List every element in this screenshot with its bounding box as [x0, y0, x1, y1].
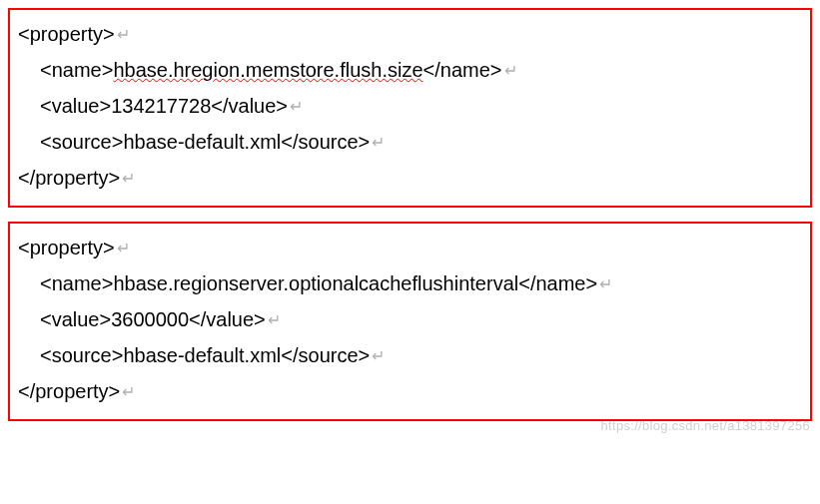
name-open-tag: <name> [40, 59, 113, 81]
xml-value-line: <value>134217728</value>↵ [18, 88, 802, 124]
property-name-value: hbase.regionserver.optionalcacheflushint… [113, 272, 518, 294]
xml-open-tag-line: <property>↵ [18, 16, 802, 52]
name-close-tag: </name> [423, 59, 502, 81]
crlf-icon: ↵ [122, 170, 135, 187]
crlf-icon: ↵ [372, 134, 385, 151]
crlf-icon: ↵ [372, 347, 385, 364]
crlf-icon: ↵ [504, 62, 517, 79]
crlf-icon: ↵ [117, 26, 130, 43]
property-name-value: hbase.hregion.memstore.flush.size [113, 59, 422, 81]
source-close-tag: </source> [281, 344, 370, 366]
value-open-tag: <value> [40, 95, 111, 117]
name-open-tag: <name> [40, 272, 113, 294]
property-close-tag: </property> [18, 380, 120, 402]
xml-close-tag-line: </property>↵ [18, 160, 802, 196]
xml-source-line: <source>hbase-default.xml</source>↵ [18, 124, 802, 160]
xml-close-tag-line: </property>↵ [18, 373, 802, 409]
source-open-tag: <source> [40, 131, 123, 153]
value-open-tag: <value> [40, 308, 111, 330]
crlf-icon: ↵ [599, 275, 612, 292]
crlf-icon: ↵ [268, 311, 281, 328]
crlf-icon: ↵ [117, 240, 130, 256]
xml-name-line: <name>hbase.hregion.memstore.flush.size<… [18, 52, 802, 88]
property-close-tag: </property> [18, 167, 120, 189]
value-close-tag: </value> [211, 95, 288, 117]
property-open-tag: <property> [18, 237, 115, 258]
xml-name-line: <name>hbase.regionserver.optionalcachefl… [18, 265, 802, 301]
xml-value-line: <value>3600000</value>↵ [18, 301, 802, 337]
property-source-text: hbase-default.xml [123, 131, 281, 153]
source-close-tag: </source> [281, 131, 370, 153]
crlf-icon: ↵ [290, 98, 303, 115]
property-value-text: 3600000 [111, 308, 189, 330]
watermark-text: https://blog.csdn.net/a1381397256 [601, 418, 810, 433]
xml-open-tag-line: <property>↵ [18, 230, 802, 265]
crlf-icon: ↵ [122, 383, 135, 400]
value-close-tag: </value> [189, 308, 266, 330]
property-source-text: hbase-default.xml [123, 344, 281, 366]
property-open-tag: <property> [18, 23, 115, 45]
property-block: <property>↵ <name>hbase.regionserver.opt… [8, 222, 812, 421]
property-block: <property>↵ <name>hbase.hregion.memstore… [8, 8, 812, 208]
xml-source-line: <source>hbase-default.xml</source>↵ [18, 337, 802, 373]
property-value-text: 134217728 [111, 95, 211, 117]
name-close-tag: </name> [518, 272, 597, 294]
source-open-tag: <source> [40, 344, 123, 366]
